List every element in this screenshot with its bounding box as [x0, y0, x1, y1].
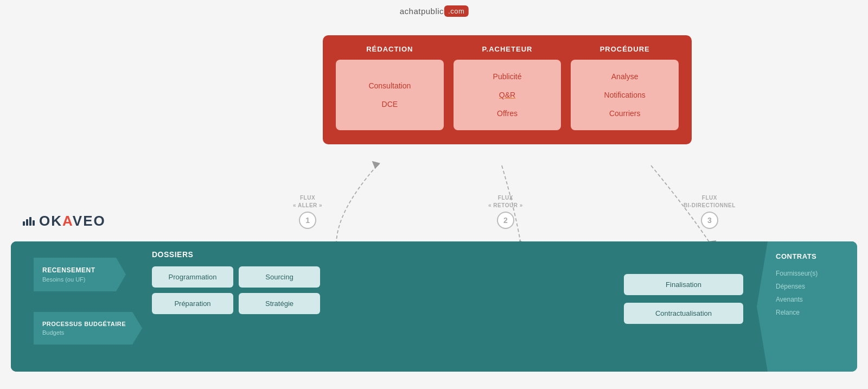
dossier-preparation[interactable]: Préparation [152, 293, 233, 314]
main-band: RECENSEMENT Besoins (ou UF) PROCESSUS BU… [11, 241, 857, 372]
dossier-strategie[interactable]: Stratégie [239, 293, 320, 314]
dossiers-section: DOSSIERS Programmation Sourcing Préparat… [152, 250, 575, 314]
redaction-item-dce: DCE [382, 100, 398, 109]
redaction-item-consultation: Consultation [368, 81, 411, 90]
dossiers-grid: Programmation Sourcing Préparation Strat… [152, 266, 320, 314]
contractualisation-btn[interactable]: Contractualisation [624, 303, 743, 324]
flux-3-circle: 3 [701, 212, 718, 229]
recensement-block: RECENSEMENT Besoins (ou UF) [34, 258, 126, 291]
finalisation-section: Finalisation Contractualisation [624, 274, 743, 324]
flux-1-group: FLUX« ALLER » 1 [293, 194, 322, 229]
procedure-inner: Analyse Notifications Courriers [571, 60, 679, 130]
pacheteur-item-qr: Q&R [499, 91, 515, 99]
achatpublic-logo: achatpublic.com [400, 5, 469, 17]
logo-text: achatpublic [400, 7, 444, 16]
dossiers-title: DOSSIERS [152, 250, 575, 259]
redaction-inner: Consultation DCE [336, 60, 444, 130]
okaveo-icon [23, 217, 35, 226]
recensement-subtitle: Besoins (ou UF) [42, 276, 110, 283]
contrats-section: CONTRATS Fournisseur(s) Dépenses Avenant… [757, 241, 857, 372]
recensement-title: RECENSEMENT [42, 266, 110, 274]
flux-1-circle: 1 [299, 212, 316, 229]
finalisation-btn[interactable]: Finalisation [624, 274, 743, 295]
pacheteur-item-offres: Offres [497, 109, 518, 118]
red-box-columns: RÉDACTION Consultation DCE P.ACHETEUR Pu… [336, 45, 679, 130]
red-box: RÉDACTION Consultation DCE P.ACHETEUR Pu… [323, 35, 692, 144]
pacheteur-item-publicite: Publicité [493, 72, 522, 81]
flux-1-label: FLUX« ALLER » [293, 194, 322, 209]
contrat-fournisseur: Fournisseur(s) [776, 267, 847, 280]
dossier-programmation[interactable]: Programmation [152, 266, 233, 288]
procedure-column: PROCÉDURE Analyse Notifications Courrier… [571, 45, 679, 130]
procedure-item-analyse: Analyse [611, 72, 639, 81]
procedure-item-notifications: Notifications [604, 91, 646, 99]
contrat-depenses: Dépenses [776, 280, 847, 293]
pacheteur-title: P.ACHETEUR [482, 45, 533, 53]
contrat-avenants: Avenants [776, 293, 847, 306]
procedure-item-courriers: Courriers [609, 109, 641, 118]
logo-dotcom: .com [444, 5, 468, 17]
flux-arrow-1 [336, 165, 377, 244]
redaction-column: RÉDACTION Consultation DCE [336, 45, 444, 130]
flux-3-group: FLUXBI-DIRECTIONNEL 3 [684, 194, 736, 229]
flux-3-label: FLUXBI-DIRECTIONNEL [684, 194, 736, 209]
redaction-title: RÉDACTION [366, 45, 413, 53]
contrats-items: Fournisseur(s) Dépenses Avenants Relance [776, 267, 847, 319]
achatpublic-logo-area: achatpublic.com [400, 5, 469, 17]
okaveo-logo: OKAVEO [23, 213, 106, 229]
pacheteur-column: P.ACHETEUR Publicité Q&R Offres [454, 45, 561, 130]
flux-2-group: FLUX« RETOUR » 2 [488, 194, 523, 229]
okaveo-text: OKAVEO [39, 213, 106, 229]
processus-subtitle: Budgets [42, 329, 126, 336]
flux-2-label: FLUX« RETOUR » [488, 194, 523, 209]
processus-title: PROCESSUS BUDGÉTAIRE [42, 321, 126, 327]
contrats-title: CONTRATS [776, 252, 847, 260]
processus-block: PROCESSUS BUDGÉTAIRE Budgets [34, 312, 142, 345]
procedure-title: PROCÉDURE [600, 45, 650, 53]
flux-2-circle: 2 [497, 212, 514, 229]
contrat-relance: Relance [776, 306, 847, 319]
pacheteur-inner: Publicité Q&R Offres [454, 60, 561, 130]
dossier-sourcing[interactable]: Sourcing [239, 266, 320, 288]
